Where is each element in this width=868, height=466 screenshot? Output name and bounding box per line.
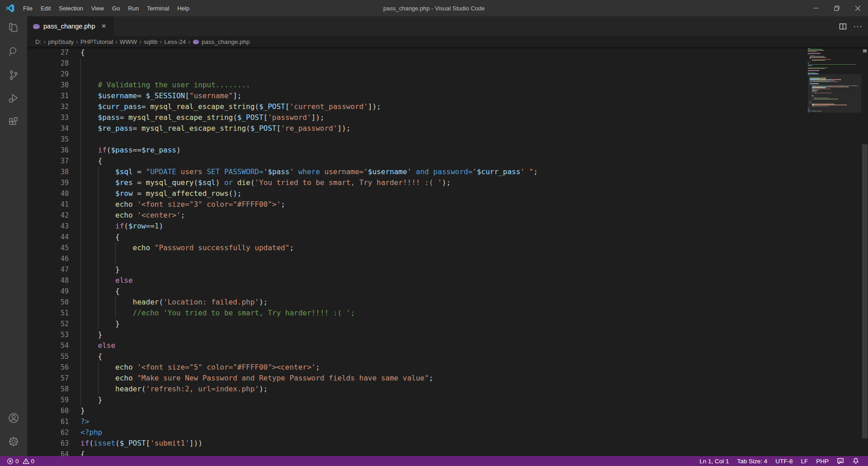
run-debug-icon[interactable] — [0, 87, 27, 110]
indent-guide — [98, 264, 99, 275]
breadcrumb-item-sqllib[interactable]: sqllib — [144, 38, 158, 45]
code-line[interactable]: 46 — [27, 253, 868, 264]
code-line[interactable]: 31 $username= $_SESSION["username"]; — [27, 90, 868, 101]
extensions-icon[interactable] — [0, 110, 27, 134]
code-line[interactable]: 34 $re_pass= mysql_real_escape_string($_… — [27, 123, 868, 134]
code-line[interactable]: 41 echo '<font size="3" color="#FFFF00">… — [27, 199, 868, 210]
breadcrumb-item-www[interactable]: WWW — [120, 38, 137, 45]
line-content — [80, 134, 868, 145]
account-icon[interactable] — [0, 406, 27, 430]
line-number: 53 — [27, 329, 80, 340]
minimap-token — [808, 68, 825, 69]
breadcrumb-item-pass-change-php[interactable]: pass_change.php — [193, 38, 250, 45]
code-line[interactable]: 50 header('Location: failed.php'); — [27, 297, 868, 308]
minimize-button[interactable] — [806, 0, 826, 16]
code-line[interactable]: 29 — [27, 69, 868, 80]
code-line[interactable]: 55 { — [27, 351, 868, 362]
code-line[interactable]: 56 echo '<font size="5" color="#FFFF00">… — [27, 362, 868, 373]
minimap[interactable] — [808, 48, 861, 120]
tab-close-button[interactable]: × — [99, 21, 109, 31]
menu-selection[interactable]: Selection — [55, 0, 87, 16]
code-line[interactable]: 35 — [27, 134, 868, 145]
activity-bar-bottom — [0, 406, 27, 453]
tab-pass-change-php[interactable]: pass_change.php × — [27, 16, 113, 36]
indent-guide — [80, 286, 81, 297]
code-line[interactable]: 42 echo '<center>'; — [27, 210, 868, 221]
menu-file[interactable]: File — [19, 0, 37, 16]
breadcrumb-label: Less-24 — [164, 38, 186, 45]
minimap-slider[interactable] — [808, 74, 861, 113]
feedback-button[interactable] — [833, 456, 848, 466]
line-content — [80, 58, 868, 69]
code-line[interactable]: 58 header('refresh:2, url=index.php'); — [27, 384, 868, 395]
settings-gear-icon[interactable] — [0, 430, 27, 453]
code-line[interactable]: 54 else — [27, 340, 868, 351]
code-line[interactable]: 43 if($row==1) — [27, 221, 868, 232]
code-line[interactable]: 40 $row = mysql_affected_rows(); — [27, 188, 868, 199]
line-content: if($pass==$re_pass) — [80, 145, 868, 156]
close-window-button[interactable] — [847, 0, 868, 16]
source-control-icon[interactable] — [0, 63, 27, 87]
line-content: echo '<font size="5" color="#FFFF00"><ce… — [80, 362, 868, 373]
line-content: # Validating the user input........ — [80, 80, 868, 90]
breadcrumb-label: PHPTutorial — [80, 38, 113, 45]
code-line[interactable]: 49 { — [27, 286, 868, 297]
code-line[interactable]: 59 } — [27, 395, 868, 405]
code-line[interactable]: 64{ — [27, 449, 868, 456]
menu-help[interactable]: Help — [173, 0, 193, 16]
code-line[interactable]: 60} — [27, 405, 868, 416]
problems-indicator[interactable]: 0 0 — [4, 456, 38, 466]
code-line[interactable]: 48 else — [27, 275, 868, 286]
code-line[interactable]: 39 $res = mysql_query($sql) or die('You … — [27, 177, 868, 188]
line-number: 36 — [27, 145, 80, 156]
more-actions-icon[interactable]: ··· — [853, 22, 863, 31]
code-line[interactable]: 45 echo "Password successfully updated"; — [27, 243, 868, 253]
breadcrumb-item-phpstudy[interactable]: phpStudy — [48, 38, 74, 45]
menu-run[interactable]: Run — [124, 0, 143, 16]
restore-button[interactable] — [826, 0, 847, 16]
menu-edit[interactable]: Edit — [37, 0, 55, 16]
code-line[interactable]: 36 if($pass==$re_pass) — [27, 145, 868, 156]
indent-guide — [98, 177, 99, 188]
line-content: echo '<font size="3" color="#FFFF00">'; — [80, 199, 868, 210]
split-editor-icon[interactable] — [839, 23, 847, 30]
status-php[interactable]: PHP — [812, 456, 833, 466]
status-ln-1-col-1[interactable]: Ln 1, Col 1 — [695, 456, 733, 466]
code-line[interactable]: 32 $curr_pass= mysql_real_escape_string(… — [27, 101, 868, 112]
scrollbar-slider[interactable] — [862, 144, 868, 438]
code-line[interactable]: 33 $pass= mysql_real_escape_string($_POS… — [27, 112, 868, 123]
status-utf-8[interactable]: UTF-8 — [771, 456, 797, 466]
code-line[interactable]: 51 //echo 'You tried to be smart, Try ha… — [27, 308, 868, 319]
status-tab-size-4[interactable]: Tab Size: 4 — [733, 456, 771, 466]
code-line[interactable]: 38 $sql = "UPDATE users SET PASSWORD='$p… — [27, 166, 868, 177]
indent-guide — [80, 232, 81, 243]
code-line[interactable]: 27{ — [27, 47, 868, 58]
search-icon[interactable] — [0, 40, 27, 63]
bell-icon — [852, 457, 859, 465]
code-line[interactable]: 62<?php — [27, 427, 868, 438]
code-line[interactable]: 37 { — [27, 156, 868, 166]
code-line[interactable]: 47 } — [27, 264, 868, 275]
code-line[interactable]: 52 } — [27, 319, 868, 329]
activity-bar — [0, 16, 27, 456]
breadcrumb-item-less-24[interactable]: Less-24 — [164, 38, 186, 45]
explorer-icon[interactable] — [0, 16, 27, 40]
vertical-scrollbar[interactable] — [862, 47, 868, 456]
menu-terminal[interactable]: Terminal — [143, 0, 173, 16]
status-lf[interactable]: LF — [797, 456, 812, 466]
line-number: 37 — [27, 156, 80, 166]
code-line[interactable]: 57 echo "Make sure New Password and Rety… — [27, 373, 868, 384]
breadcrumb-item-d-[interactable]: D: — [35, 38, 42, 45]
breadcrumb-item-phptutorial[interactable]: PHPTutorial — [80, 38, 113, 45]
menu-go[interactable]: Go — [108, 0, 124, 16]
code-editor[interactable]: 27{282930 # Validating the user input...… — [27, 47, 868, 456]
code-line[interactable]: 53 } — [27, 329, 868, 340]
code-line[interactable]: 63if(isset($_POST['submit1'])) — [27, 438, 868, 449]
code-line[interactable]: 61?> — [27, 416, 868, 427]
bell-button[interactable] — [848, 456, 863, 466]
code-line[interactable]: 30 # Validating the user input........ — [27, 80, 868, 90]
code-line[interactable]: 28 — [27, 58, 868, 69]
menu-view[interactable]: View — [87, 0, 108, 16]
code-line[interactable]: 44 { — [27, 232, 868, 243]
menu-bar: FileEditSelectionViewGoRunTerminalHelp — [19, 0, 193, 16]
